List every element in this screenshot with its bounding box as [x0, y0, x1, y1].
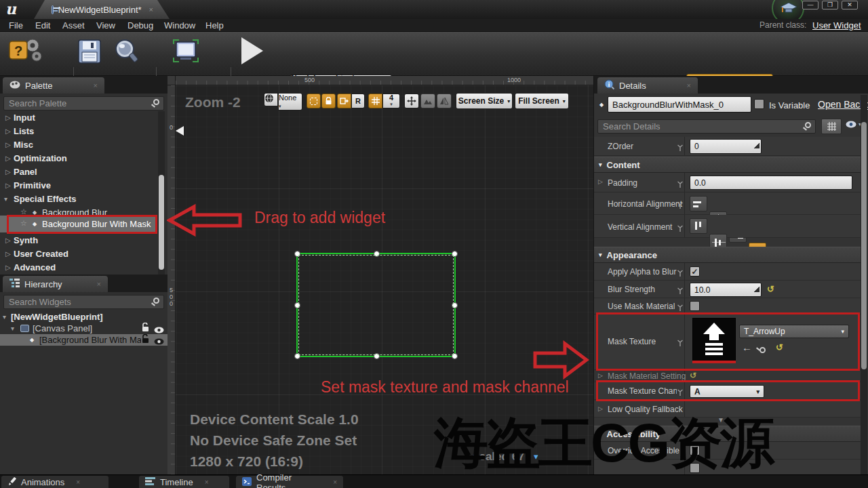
expander-icon[interactable]: ▷ — [5, 155, 11, 162]
expander-icon[interactable]: ▷ — [5, 264, 11, 271]
property-bind-icon[interactable] — [677, 200, 684, 212]
hierarchy-search[interactable] — [3, 295, 164, 309]
screen-size-dropdown[interactable]: Screen Size ▾ — [456, 93, 513, 109]
palette-item-background-blur-with-mask[interactable]: ☆◆Background Blur With Mask — [0, 216, 157, 232]
visibility-eye-icon[interactable] — [154, 324, 164, 334]
palette-scrollbar-thumb[interactable] — [159, 175, 164, 270]
hierarchy-search-input[interactable] — [3, 295, 164, 309]
expander-icon[interactable]: ▾ — [11, 325, 14, 332]
expander-icon[interactable]: ▷ — [5, 237, 11, 244]
mask-texture-channel-dropdown[interactable]: A ▾ — [690, 385, 764, 398]
palette-search-input[interactable] — [3, 96, 164, 110]
padding-input[interactable] — [690, 176, 852, 190]
preview-dropdown[interactable]: None ▾ — [278, 93, 302, 110]
menu-debug[interactable]: Debug — [127, 19, 153, 32]
palette-category-special-effects[interactable]: ▾Special Effects — [0, 192, 157, 206]
hierarchy-row-canvas-panel[interactable]: ▾ [Canvas Panel] — [0, 323, 167, 334]
resize-handle[interactable] — [294, 353, 300, 359]
resize-handle[interactable] — [452, 251, 458, 257]
grid-snap-toggle-button[interactable] — [368, 94, 382, 108]
details-scrollbar-thumb[interactable] — [861, 122, 867, 369]
palette-category[interactable]: ▷Synth — [0, 234, 157, 247]
palette-category[interactable]: ▷Lists — [0, 125, 157, 138]
zorder-input[interactable] — [690, 139, 762, 154]
expander-icon[interactable]: ▾ — [4, 195, 7, 203]
browse-to-asset-icon[interactable] — [760, 344, 766, 356]
window-close-button[interactable]: ✕ — [842, 1, 858, 9]
visibility-eye-icon[interactable] — [154, 336, 164, 346]
palette-category[interactable]: ▷User Created — [0, 247, 157, 261]
property-bind-icon[interactable] — [677, 223, 684, 235]
zorder-field[interactable] — [690, 139, 762, 154]
tab-close-icon[interactable]: × — [333, 479, 337, 486]
menu-view[interactable]: View — [96, 19, 115, 32]
lock-widget-button[interactable] — [321, 94, 336, 108]
tab-timeline[interactable]: Timeline × — [139, 476, 229, 488]
expander-icon[interactable]: ▾ — [3, 313, 6, 321]
palette-category[interactable]: ▷Optimization — [0, 152, 157, 165]
property-bind-icon[interactable] — [677, 179, 684, 191]
tab-close-icon[interactable]: × — [687, 81, 691, 89]
halign-left-button[interactable] — [690, 196, 707, 211]
selected-widget-outline[interactable] — [296, 253, 456, 357]
valign-top-button[interactable] — [690, 218, 707, 234]
is-variable-checkbox[interactable] — [754, 99, 764, 109]
tab-compiler-results[interactable]: Compiler Results × — [236, 476, 343, 488]
resize-handle[interactable] — [374, 353, 380, 359]
browse-icon[interactable] — [110, 37, 140, 68]
resize-handle[interactable] — [452, 302, 458, 308]
preview-background-button[interactable] — [420, 94, 435, 108]
property-bind-icon[interactable] — [677, 302, 684, 314]
reset-to-default-icon[interactable]: ↺ — [767, 284, 774, 294]
fill-screen-dropdown[interactable]: Fill Screen ▾ — [515, 93, 569, 109]
lock-open-icon[interactable] — [141, 323, 150, 334]
expander-icon[interactable]: ▷ — [5, 114, 11, 121]
resize-handle[interactable] — [452, 353, 458, 359]
tab-details[interactable]: i Details × — [597, 77, 698, 94]
palette-category[interactable]: ▷Panel — [0, 165, 157, 179]
snap-widget-button[interactable] — [337, 94, 351, 108]
apply-alpha-checkbox[interactable]: ✓ — [690, 266, 700, 277]
tab-animations[interactable]: Animations × — [1, 476, 108, 488]
section-header-content[interactable]: ▾ Content — [594, 157, 861, 173]
tab-close-icon[interactable]: × — [76, 479, 80, 486]
tab-close-icon[interactable]: × — [205, 479, 209, 486]
menu-help[interactable]: Help — [205, 19, 224, 32]
menu-edit[interactable]: Edit — [35, 19, 50, 32]
expander-icon[interactable]: ▷ — [5, 141, 11, 148]
anchor-toggle-button[interactable] — [307, 94, 321, 108]
window-minimize-button[interactable]: — — [802, 1, 818, 9]
compile-icon[interactable]: ? — [8, 37, 43, 68]
asset-document-tab[interactable]: NewWidgetBlueprint* × — [34, 0, 170, 19]
hierarchy-row-background-blur-with-mask[interactable]: ◆ [Background Blur With Mask] — [0, 334, 167, 346]
property-bind-icon[interactable] — [677, 142, 684, 155]
details-search-input[interactable] — [597, 119, 816, 134]
menu-asset[interactable]: Asset — [62, 19, 85, 32]
tab-hierarchy[interactable]: Hierarchy × — [3, 276, 108, 292]
palette-category[interactable]: ▷Input — [0, 111, 157, 125]
use-mask-material-checkbox[interactable] — [690, 301, 700, 311]
expander-icon[interactable]: ▷ — [598, 178, 603, 185]
resize-handle[interactable] — [294, 302, 300, 308]
texture-thumbnail[interactable] — [692, 318, 736, 361]
expander-icon[interactable]: ▷ — [5, 250, 11, 258]
menu-file[interactable]: File — [9, 19, 23, 32]
tab-palette[interactable]: Palette × — [3, 77, 104, 94]
view-options-eye-button[interactable]: ▾ — [846, 121, 861, 128]
blur-strength-input[interactable] — [690, 283, 762, 297]
expander-icon[interactable]: ▷ — [5, 127, 11, 135]
transform-mode-button[interactable] — [404, 94, 419, 108]
tab-close-icon[interactable]: × — [94, 81, 98, 89]
property-bind-icon[interactable] — [677, 338, 684, 350]
widget-reflector-icon[interactable] — [171, 39, 201, 67]
localization-globe-button[interactable] — [264, 93, 278, 106]
save-icon[interactable] — [76, 39, 103, 67]
expander-icon[interactable]: ▷ — [5, 168, 11, 176]
reset-to-default-icon[interactable]: ↺ — [776, 342, 783, 352]
details-search[interactable] — [597, 119, 816, 134]
property-matrix-button[interactable] — [821, 119, 842, 134]
expander-icon[interactable]: ▷ — [598, 372, 603, 379]
lock-open-icon[interactable] — [141, 334, 150, 346]
property-bind-icon[interactable] — [677, 387, 684, 399]
palette-category[interactable]: ▷Primitive — [0, 179, 157, 192]
